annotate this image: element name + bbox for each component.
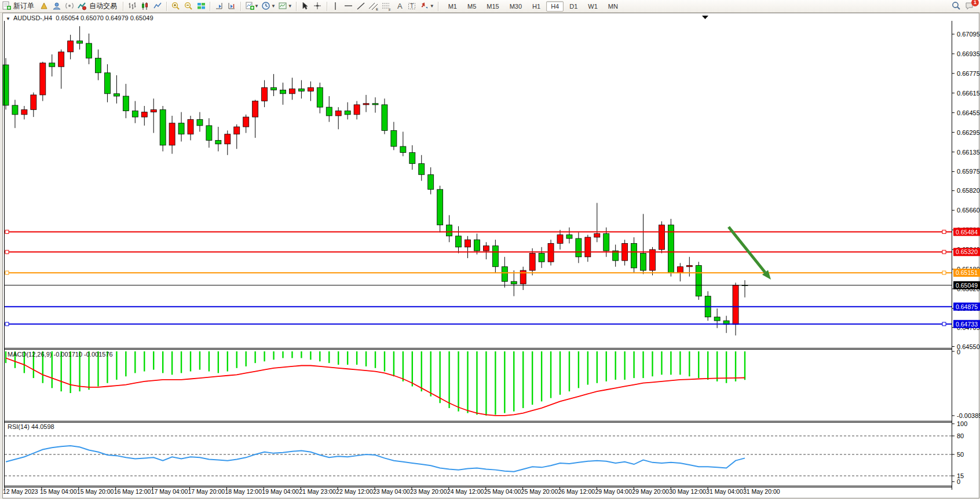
line-handle[interactable] [942,250,946,254]
price-axis-tick-label: 0.65660 [957,207,980,214]
signal-icon[interactable] [63,1,76,12]
cursor-icon[interactable] [299,1,312,12]
fibonacci-tool-icon[interactable]: F [381,1,393,12]
trendline-tool-icon[interactable] [355,1,368,12]
period-M5[interactable]: M5 [463,1,481,12]
price-axis-tick-label: 0.66135 [957,149,980,156]
price-axis-tick-label: 0.65820 [957,187,980,194]
chart-shift-icon[interactable] [225,1,238,12]
line-handle[interactable] [942,230,946,234]
line-price-text: 0.65320 [956,248,978,255]
candle-body [474,240,480,251]
toolbar-separator [210,2,210,11]
candle-body [58,52,64,67]
line-price-text: 0.64875 [956,303,978,310]
period-W1[interactable]: W1 [583,1,602,12]
toolbar-separator [240,2,241,11]
collapse-caret-icon[interactable]: ▼ [6,16,10,21]
price-axis-tick-label: 0.66935 [957,50,980,57]
arrows-dropdown-caret[interactable]: ▼ [430,3,434,9]
auto-trading-button[interactable]: 自动交易 [89,1,117,11]
candle-body [86,43,92,58]
svg-text:T: T [410,3,414,9]
candle-body [502,267,507,281]
text-tool-icon[interactable]: A [393,1,406,12]
candle-body [206,126,212,140]
time-axis-label: 31 May 20:00 [743,488,780,495]
line-handle[interactable] [5,271,9,274]
candle-body [650,250,656,270]
candle-body [686,266,692,267]
time-axis-label: 15 May 04:00 [40,488,77,495]
period-D1[interactable]: D1 [565,1,582,12]
toolbar-separator [123,2,123,11]
bar-chart-type-icon[interactable] [126,1,138,12]
price-axis-tick-label: 0.66775 [957,70,980,77]
time-axis-label: 17 May 04:00 [151,488,188,495]
candle-body [96,58,101,72]
new-order-button[interactable]: 新订单 [13,1,34,11]
line-handle[interactable] [942,271,946,274]
horizontal-line-tool-icon[interactable] [342,1,355,12]
candle-body [21,109,27,114]
candle-body [114,94,119,96]
candle-body [298,89,304,91]
candle-body [604,234,609,251]
market-watch-icon[interactable] [38,1,50,12]
zoom-in-icon[interactable] [169,1,182,12]
candle-body [400,146,406,153]
period-M30[interactable]: M30 [505,1,526,12]
new-order-icon[interactable] [0,1,13,12]
community-icon[interactable] [50,1,63,12]
candle-body [317,87,323,107]
line-handle[interactable] [5,322,9,326]
price-axis-tick-label: 0.66615 [957,90,980,97]
candle-body [178,123,184,134]
channel-tool-icon[interactable]: E [368,1,381,12]
time-axis-label: 12 May 2023 [3,488,38,495]
vertical-line-tool-icon[interactable] [330,1,342,12]
period-MN[interactable]: MN [604,1,623,12]
line-price-text: 0.65151 [956,269,978,276]
macd-axis-min-label: -0.003853 [957,412,980,419]
macd-axis-zero-label: 0 [957,348,960,355]
candle-body [271,87,277,90]
line-price-text: 0.65484 [956,229,978,236]
candle-body [641,253,646,270]
period-H4[interactable]: H4 [546,1,564,12]
indicators-dropdown-caret[interactable]: ▼ [254,3,259,9]
period-M15[interactable]: M15 [482,1,503,12]
price-axis-tick-label: 0.66455 [957,109,980,116]
auto-trading-icon[interactable] [76,1,89,12]
chart-canvas[interactable]: 0.670950.669350.667750.666150.664550.662… [0,0,980,499]
auto-scroll-icon[interactable] [213,1,225,12]
zoom-out-icon[interactable] [182,1,195,12]
price-axis-tick-label: 0.66295 [957,129,980,136]
candle-body [456,236,462,247]
candle-body [594,234,600,237]
rsi-axis-label: 100 [957,420,967,427]
candlestick-chart-type-icon[interactable] [138,1,151,12]
line-handle[interactable] [942,322,946,326]
line-chart-type-icon[interactable] [151,1,164,12]
time-axis-label: 29 May 04:00 [595,488,632,495]
templates-dropdown-caret[interactable]: ▼ [288,3,292,9]
timeframes-dropdown-caret[interactable]: ▼ [271,3,276,9]
candle-body [419,164,425,175]
notifications-chat-icon[interactable]: 1 [963,1,977,11]
period-H1[interactable]: H1 [528,1,545,12]
candle-body [12,105,18,115]
crosshair-icon[interactable] [312,1,324,12]
candle-body [243,117,249,127]
period-M1[interactable]: M1 [444,1,462,12]
tile-windows-icon[interactable] [195,1,207,12]
line-handle[interactable] [5,230,9,234]
time-axis-label: 31 May 04:00 [706,488,743,495]
candle-body [151,109,156,112]
label-tool-icon[interactable]: T [406,1,419,12]
notification-badge: 1 [971,0,979,6]
candle-body [677,267,683,273]
toolbar-separator [166,2,167,11]
search-icon[interactable] [950,1,963,11]
line-handle[interactable] [5,250,9,254]
